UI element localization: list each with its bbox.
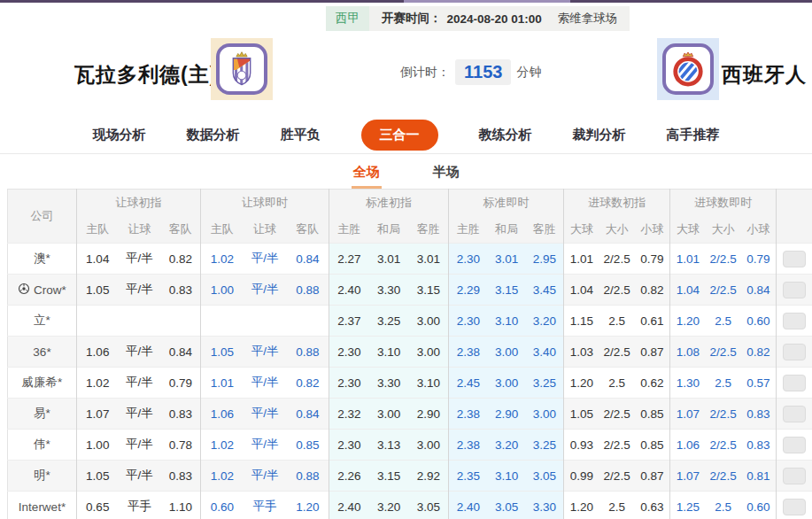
row-action-button[interactable] bbox=[783, 468, 806, 484]
odds-cell: 0.88 bbox=[287, 275, 329, 306]
row-action-button[interactable] bbox=[783, 251, 806, 267]
odds-cell: 3.05 bbox=[409, 492, 449, 519]
odds-cell: 3.01 bbox=[369, 244, 409, 275]
company-cell[interactable]: 易* bbox=[8, 399, 77, 430]
company-name[interactable]: Crow* bbox=[34, 283, 66, 297]
row-extra-cell bbox=[777, 368, 812, 399]
odds-cell: 3.30 bbox=[526, 492, 564, 519]
home-team-name[interactable]: 瓦拉多利德(主) bbox=[74, 61, 217, 89]
row-action-button[interactable] bbox=[783, 344, 806, 360]
odds-cell: 3.20 bbox=[526, 306, 564, 337]
company-name[interactable]: 威廉希* bbox=[22, 376, 63, 389]
odds-cell: 1.02 bbox=[77, 368, 119, 399]
away-team-name[interactable]: 西班牙人 bbox=[722, 61, 807, 89]
odds-cell: 2.29 bbox=[449, 275, 488, 306]
sub-header: 和局 bbox=[369, 217, 409, 244]
sub-header: 客胜 bbox=[526, 217, 564, 244]
odds-cell: 1.06 bbox=[670, 430, 706, 461]
odds-cell: 3.00 bbox=[488, 337, 526, 368]
odds-cell: 1.04 bbox=[564, 275, 599, 306]
away-team-logo[interactable] bbox=[657, 38, 719, 100]
company-cell[interactable]: 澳* bbox=[8, 244, 77, 275]
row-action-button[interactable] bbox=[783, 406, 806, 422]
odds-cell: 2.40 bbox=[449, 492, 488, 519]
sub-header: 主队 bbox=[77, 217, 119, 244]
odds-cell: 3.25 bbox=[526, 368, 564, 399]
odds-cell: 0.82 bbox=[287, 368, 329, 399]
odds-cell: 2/2.5 bbox=[706, 399, 741, 430]
odds-cell: 2.38 bbox=[449, 337, 488, 368]
row-action-button[interactable] bbox=[783, 282, 806, 298]
valladolid-crest-icon bbox=[216, 43, 267, 95]
football-icon bbox=[18, 283, 30, 295]
company-name[interactable]: Interwet* bbox=[19, 500, 66, 514]
row-action-button[interactable] bbox=[783, 313, 806, 329]
odds-cell: 0.79 bbox=[741, 244, 777, 275]
nav-tab-7[interactable]: 高手推荐 bbox=[667, 127, 720, 143]
odds-cell: 2.32 bbox=[329, 399, 369, 430]
odds-cell: 0.82 bbox=[635, 275, 670, 306]
odds-cell: 0.79 bbox=[635, 244, 670, 275]
odds-cell: 3.15 bbox=[369, 461, 409, 492]
odds-cell: 1.07 bbox=[670, 399, 706, 430]
odds-cell: 2.30 bbox=[449, 306, 488, 337]
page: 西甲 开赛时间： 2024-08-20 01:00 索维拿球场 瓦拉多利德(主) bbox=[0, 0, 812, 519]
company-cell[interactable]: 36* bbox=[8, 337, 77, 368]
odds-cell: 0.61 bbox=[635, 306, 670, 337]
odds-cell: 2.5 bbox=[706, 492, 741, 519]
company-cell[interactable]: 立* bbox=[8, 306, 77, 337]
company-cell[interactable]: 威廉希* bbox=[8, 368, 77, 399]
row-action-button[interactable] bbox=[783, 499, 806, 515]
odds-cell: 1.05 bbox=[77, 461, 119, 492]
odds-cell: 0.88 bbox=[287, 337, 329, 368]
nav-tab-5[interactable]: 教练分析 bbox=[479, 127, 532, 143]
nav-tab-6[interactable]: 裁判分析 bbox=[573, 127, 626, 143]
nav-tab-3[interactable]: 胜平负 bbox=[281, 127, 321, 143]
odds-cell: 1.07 bbox=[670, 461, 706, 492]
odds-cell: 平/半 bbox=[244, 368, 287, 399]
sub-header: 大球 bbox=[564, 217, 599, 244]
odds-cell: 1.01 bbox=[201, 368, 244, 399]
nav-tab-2[interactable]: 数据分析 bbox=[187, 127, 240, 143]
row-action-button[interactable] bbox=[783, 437, 806, 453]
odds-cell: 0.99 bbox=[564, 461, 599, 492]
odds-cell: 2/2.5 bbox=[599, 337, 635, 368]
period-tab-1[interactable]: 全场 bbox=[352, 157, 382, 189]
league-badge[interactable]: 西甲 bbox=[326, 6, 369, 31]
odds-cell: 3.20 bbox=[369, 492, 409, 519]
row-extra-cell bbox=[777, 275, 812, 306]
home-team-logo[interactable] bbox=[211, 38, 273, 100]
odds-cell: 2.95 bbox=[526, 244, 564, 275]
company-cell[interactable]: Interwet* bbox=[8, 492, 77, 519]
countdown-unit: 分钟 bbox=[516, 65, 541, 81]
odds-cell: 0.82 bbox=[741, 337, 777, 368]
table-row: 威廉希*1.02平/半0.791.01平/半0.822.303.303.102.… bbox=[8, 368, 812, 399]
company-name[interactable]: 易* bbox=[34, 407, 50, 420]
odds-cell bbox=[244, 306, 287, 337]
odds-cell: 2.5 bbox=[599, 306, 635, 337]
company-name[interactable]: 明* bbox=[34, 469, 50, 482]
odds-cell: 3.00 bbox=[488, 368, 526, 399]
odds-cell: 3.10 bbox=[409, 368, 449, 399]
odds-cell: 2/2.5 bbox=[599, 244, 635, 275]
company-name[interactable]: 立* bbox=[34, 314, 50, 327]
company-cell[interactable]: Crow* bbox=[8, 275, 77, 306]
period-tab-2[interactable]: 半场 bbox=[431, 157, 461, 189]
nav-tab-1[interactable]: 现场分析 bbox=[93, 127, 146, 143]
company-name[interactable]: 36* bbox=[33, 345, 50, 359]
odds-cell: 0.81 bbox=[741, 461, 777, 492]
company-cell[interactable]: 伟* bbox=[8, 430, 77, 461]
odds-cell: 0.93 bbox=[564, 430, 599, 461]
row-action-button[interactable] bbox=[783, 375, 806, 391]
company-cell[interactable]: 明* bbox=[8, 461, 77, 492]
odds-cell: 3.25 bbox=[526, 430, 564, 461]
scroll-thumb[interactable] bbox=[404, 0, 570, 3]
odds-cell: 0.83 bbox=[161, 275, 201, 306]
company-name[interactable]: 伟* bbox=[34, 438, 50, 451]
odds-cell: 0.78 bbox=[161, 430, 201, 461]
odds-cell: 平/半 bbox=[119, 337, 161, 368]
odds-cell: 0.84 bbox=[741, 275, 777, 306]
odds-cell: 平/半 bbox=[119, 461, 161, 492]
nav-tab-4[interactable]: 三合一 bbox=[361, 120, 438, 151]
company-name[interactable]: 澳* bbox=[34, 252, 50, 265]
